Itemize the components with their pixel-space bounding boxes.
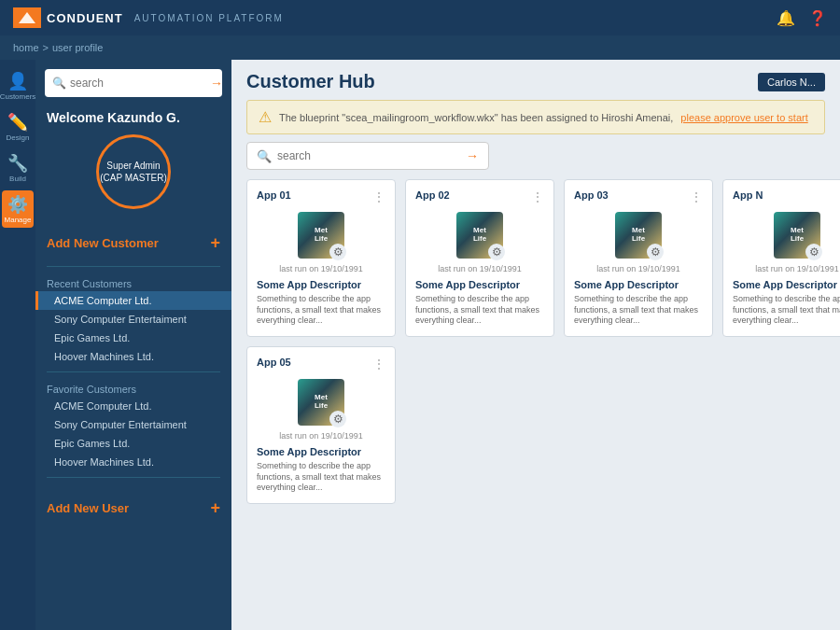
app05-icon-wrapper: MetLife ⚙ [298,379,344,426]
app05-menu-icon[interactable]: ⋮ [372,357,385,371]
app05-title: App 05 [257,357,291,368]
app02-menu-icon[interactable]: ⋮ [531,189,544,204]
app05-last-run: last run on 19/10/1991 [257,431,385,441]
main-layout: 👤 Customers ✏️ Design 🔧 Build ⚙️ Manage … [0,60,840,630]
app01-title: App 01 [257,189,291,201]
icon-strip: 👤 Customers ✏️ Design 🔧 Build ⚙️ Manage [0,60,35,630]
main-search-arrow-icon[interactable]: → [466,148,479,163]
main-content: Customer Hub Carlos N... ⚠ The blueprint… [231,60,840,630]
design-label: Design [7,133,30,142]
app01-last-run: last run on 19/10/1991 [257,264,385,273]
app-card-app01[interactable]: App 01 ⋮ MetLife ⚙ last run on 19/10/199… [246,179,396,337]
app02-description: Something to describe the app functions,… [415,294,544,327]
avatar-line1: Super Admin [106,160,160,172]
sidebar-item-design[interactable]: ✏️ Design [2,108,34,146]
metlife-logo-2: MetLife [473,227,486,244]
welcome-text: Welcome Kazundo G. [47,110,220,125]
app-row-1: App 01 ⋮ MetLife ⚙ last run on 19/10/199… [246,179,825,337]
app03-icon-wrapper: MetLife ⚙ [615,212,662,259]
topbar-right: 🔔 ❓ [777,9,827,27]
notification-icon[interactable]: 🔔 [777,9,795,27]
favorite-customer-item-2[interactable]: Epic Games Ltd. [35,434,231,453]
breadcrumb-separator: > [43,42,49,53]
recent-customer-item-3[interactable]: Hoover Machines Ltd. [35,347,231,366]
divider-1 [47,266,220,267]
sidebar-item-build[interactable]: 🔧 Build [2,149,34,187]
breadcrumb: home > user profile [0,35,840,60]
app05-description: Something to describe the app functions,… [257,461,385,494]
add-customer-label: Add New Customer [47,236,159,250]
recent-customer-item-0[interactable]: ACME Computer Ltd. [35,291,231,310]
add-user-label: Add New User [47,501,129,515]
sidebar-item-manage[interactable]: ⚙️ Manage [2,190,34,228]
left-search-bar[interactable]: 🔍 → [45,69,222,97]
app02-header: App 02 ⋮ [415,189,544,204]
alert-link[interactable]: please approve user to start [680,112,807,123]
gear-icon-3: ⚙ [647,244,664,260]
appN-description: Something to describe the app functions,… [733,294,840,327]
app05-header: App 05 ⋮ [257,357,385,371]
app03-descriptor: Some App Descriptor [574,279,703,290]
user-button[interactable]: Carlos N... [758,73,825,91]
main-search-input[interactable] [277,149,466,162]
divider-2 [47,371,220,372]
breadcrumb-home[interactable]: home [13,42,39,53]
add-customer-plus-icon: + [210,233,220,253]
search-icon: 🔍 [52,77,66,90]
favorite-customer-item-0[interactable]: ACME Computer Ltd. [35,397,231,415]
app-row-2: App 05 ⋮ MetLife ⚙ last run on 19/10/199… [246,346,825,504]
gear-icon-N: ⚙ [805,244,822,260]
app-card-app05[interactable]: App 05 ⋮ MetLife ⚙ last run on 19/10/199… [246,346,396,504]
brand-sub: AUTOMATION PLATFORM [134,13,284,23]
main-search-bar[interactable]: 🔍 → [246,142,489,170]
gear-icon: ⚙ [329,244,346,260]
app-card-app02[interactable]: ⊞ open App 02 ⋮ MetLife ⚙ last run on 19… [405,179,554,337]
app03-description: Something to describe the app functions,… [574,294,703,327]
left-panel: 🔍 → Welcome Kazundo G. Super Admin (CAP … [35,60,231,630]
logo-box [13,7,41,28]
alert-icon: ⚠ [259,108,272,126]
gear-icon-2: ⚙ [488,244,505,260]
manage-label: Manage [5,216,32,224]
recent-customer-item-2[interactable]: Epic Games Ltd. [35,329,231,347]
metlife-logo-5: MetLife [315,394,328,411]
app-grid: App 01 ⋮ MetLife ⚙ last run on 19/10/199… [231,179,840,630]
app03-menu-icon[interactable]: ⋮ [690,189,703,204]
svg-marker-0 [19,12,35,23]
app01-description: Something to describe the app functions,… [257,294,385,327]
favorite-customer-item-1[interactable]: Sony Computer Entertaiment [35,415,231,434]
appN-descriptor: Some App Descriptor [733,279,840,290]
metlife-logo: MetLife [315,227,328,244]
add-customer-button[interactable]: Add New Customer + [35,226,231,260]
appN-icon-wrapper: MetLife ⚙ [774,212,820,259]
app03-last-run: last run on 19/10/1991 [574,264,703,273]
build-label: Build [9,175,26,183]
search-arrow-icon[interactable]: → [210,76,223,91]
sidebar-item-customers[interactable]: 👤 Customers [2,67,34,105]
topbar: CONDUENT AUTOMATION PLATFORM 🔔 ❓ [0,0,840,35]
customers-icon: 👤 [7,71,28,91]
appN-title: App N [733,189,763,201]
metlife-logo-N: MetLife [791,227,804,244]
app-card-appN[interactable]: App N ⋮ MetLife ⚙ last run on 19/10/1991… [722,179,840,337]
recent-customer-item-1[interactable]: Sony Computer Entertaiment [35,310,231,329]
manage-icon: ⚙️ [7,194,28,215]
alert-text: The blueprint "scea_mailingroom_workflow… [279,112,673,123]
app02-icon-wrapper: MetLife ⚙ [456,212,503,259]
divider-3 [47,477,220,478]
app02-descriptor: Some App Descriptor [415,279,544,290]
breadcrumb-current: user profile [52,42,103,53]
appN-last-run: last run on 19/10/1991 [733,264,840,273]
app01-menu-icon[interactable]: ⋮ [372,189,385,204]
favorite-customer-item-3[interactable]: Hoover Machines Ltd. [35,453,231,471]
avatar: Super Admin (CAP MASTER) [96,134,171,209]
design-icon: ✏️ [7,112,28,133]
search-input[interactable] [70,77,210,90]
main-search-icon: 🔍 [257,149,272,163]
page-title: Customer Hub [246,71,375,92]
app02-title: App 02 [415,189,450,201]
alert-banner: ⚠ The blueprint "scea_mailingroom_workfl… [246,100,825,134]
add-user-button[interactable]: Add New User + [35,489,231,527]
app-card-app03[interactable]: App 03 ⋮ MetLife ⚙ last run on 19/10/199… [564,179,713,337]
help-icon[interactable]: ❓ [808,9,827,27]
